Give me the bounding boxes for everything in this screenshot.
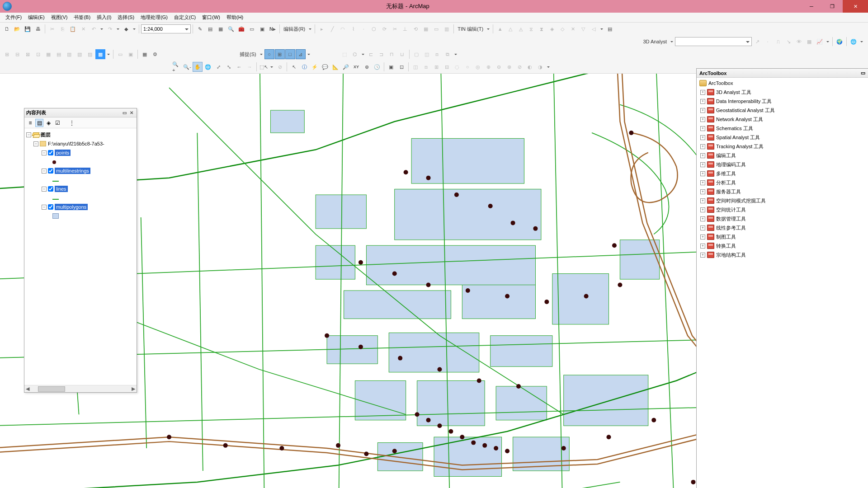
topo9-icon[interactable]: ⊖: [494, 62, 504, 72]
georef5-icon[interactable]: ▦: [43, 49, 53, 59]
expander-icon[interactable]: +: [700, 244, 705, 249]
tin-edit4-icon[interactable]: ✕: [568, 24, 578, 34]
add-data-dropdown[interactable]: [132, 24, 137, 34]
adv1-icon[interactable]: ⬚: [340, 49, 349, 59]
layer-row-lines[interactable]: − lines: [24, 184, 137, 193]
line-tool-icon[interactable]: ╱: [327, 24, 337, 34]
adv9-icon[interactable]: ⧈: [432, 49, 442, 59]
georef6-icon[interactable]: ▤: [54, 49, 64, 59]
create-feat-icon[interactable]: ▥: [442, 24, 452, 34]
snap-dropdown[interactable]: [259, 49, 264, 59]
cut-poly-icon[interactable]: ✂: [390, 24, 400, 34]
minimize-button[interactable]: ─: [801, 0, 822, 13]
paste-icon[interactable]: 📋: [68, 24, 78, 34]
adv10-dropdown[interactable]: [453, 49, 458, 59]
pan-icon[interactable]: ✋: [193, 62, 203, 72]
topo3-icon[interactable]: ⊞: [431, 62, 441, 72]
scale-combo[interactable]: 1:24,000: [141, 24, 191, 33]
expander-icon[interactable]: +: [700, 162, 705, 167]
html-popup-icon[interactable]: 💬: [320, 62, 330, 72]
delete-icon[interactable]: ✕: [78, 24, 88, 34]
layer-name-label[interactable]: multipolygons: [55, 204, 88, 210]
adv3-icon[interactable]: ⊏: [366, 49, 376, 59]
georef-table-icon[interactable]: ▦: [140, 49, 150, 59]
adv7-icon[interactable]: ▢: [411, 49, 421, 59]
scroll-right-icon[interactable]: ▶: [130, 386, 137, 392]
hyperlink-icon[interactable]: ⚡: [310, 62, 320, 72]
toolbox-item[interactable]: +服务器工具: [697, 187, 868, 196]
globe-green-icon[interactable]: 🌍: [835, 37, 844, 47]
globe-blue-icon[interactable]: 🌐: [849, 37, 859, 47]
topo5-icon[interactable]: ◌: [452, 62, 462, 72]
add-data-icon[interactable]: ◆: [121, 24, 131, 34]
arc-tool-icon[interactable]: ◠: [338, 24, 348, 34]
edit-tool-icon[interactable]: ▸: [317, 24, 327, 34]
full-extent-icon[interactable]: 🌐: [203, 62, 213, 72]
toc-icon[interactable]: ▤: [205, 24, 215, 34]
menu-geoprocessing[interactable]: 地理处理(G): [138, 13, 170, 22]
layer-checkbox[interactable]: [48, 168, 53, 174]
expander-icon[interactable]: −: [42, 187, 47, 192]
layer-combo[interactable]: [675, 37, 752, 46]
layer-checkbox[interactable]: [48, 150, 53, 155]
magnifier-icon[interactable]: ⊡: [396, 62, 406, 72]
adv-dropdown[interactable]: [360, 49, 366, 59]
attrib-icon[interactable]: ▦: [421, 24, 431, 34]
toolbox-item[interactable]: +制图工具: [697, 232, 868, 241]
tin-edit5-icon[interactable]: ▽: [578, 24, 588, 34]
scroll-thumb[interactable]: [38, 386, 65, 392]
expander-icon[interactable]: +: [700, 117, 705, 122]
topo8-icon[interactable]: ⊕: [483, 62, 493, 72]
toolbox-item[interactable]: +数据管理工具: [697, 214, 868, 223]
fixed-zoom-out-icon[interactable]: ⤡: [224, 62, 234, 72]
menu-edit[interactable]: 编辑(E): [25, 13, 47, 22]
cut-icon[interactable]: ✂: [47, 24, 57, 34]
topo1-icon[interactable]: ◫: [410, 62, 420, 72]
expander-icon[interactable]: −: [33, 141, 38, 146]
georef2-icon[interactable]: ⊟: [12, 49, 22, 59]
select-features-icon[interactable]: ⬚↖: [259, 62, 269, 72]
topo10-icon[interactable]: ⊗: [504, 62, 514, 72]
tin-edit-dropdown[interactable]: [599, 24, 604, 34]
toolbox-item[interactable]: +转换工具: [697, 241, 868, 250]
georef-options-icon[interactable]: ⚙: [150, 49, 160, 59]
layer-checkbox[interactable]: [48, 204, 53, 210]
globe-dropdown[interactable]: [859, 37, 864, 47]
open-icon[interactable]: 📂: [12, 24, 22, 34]
los-icon[interactable]: 👁: [794, 37, 804, 47]
expander-icon[interactable]: +: [700, 207, 705, 212]
clear-selection-icon[interactable]: ⊘: [275, 62, 285, 72]
menu-insert[interactable]: 插入(I): [94, 13, 114, 22]
georef9-icon[interactable]: ▨: [85, 49, 95, 59]
maximize-button[interactable]: ❐: [822, 0, 843, 13]
expander-icon[interactable]: +: [700, 235, 705, 239]
toc-close-icon[interactable]: ✕: [128, 110, 135, 116]
surface-icon[interactable]: ▦: [804, 37, 814, 47]
pointer-icon[interactable]: ↖: [289, 62, 299, 72]
expander-icon[interactable]: −: [42, 205, 47, 210]
expander-icon[interactable]: −: [42, 150, 47, 155]
expander-icon[interactable]: −: [42, 169, 47, 174]
expander-icon[interactable]: +: [700, 144, 705, 149]
toolbox-icon[interactable]: 🧰: [236, 24, 246, 34]
layer-name-label[interactable]: lines: [55, 186, 68, 192]
menu-file[interactable]: 文件(F): [3, 13, 24, 22]
editor-label[interactable]: 编辑器(R): [282, 26, 307, 33]
snap-point-icon[interactable]: ○: [264, 49, 274, 59]
layer-name-label[interactable]: points: [55, 150, 71, 156]
toolbox-item[interactable]: +Spatial Analyst 工具: [697, 133, 868, 142]
topo2-icon[interactable]: ⧈: [421, 62, 431, 72]
toc-pin-icon[interactable]: ▭: [121, 110, 127, 116]
zoom-in-icon[interactable]: 🔍+: [172, 62, 182, 72]
toc-root-row[interactable]: − 图层: [24, 130, 137, 139]
list-by-source-icon[interactable]: ▤: [35, 119, 43, 127]
steepest-icon[interactable]: ↘: [783, 37, 793, 47]
toolbox-item[interactable]: +Geostatistical Analyst 工具: [697, 106, 868, 115]
menu-select[interactable]: 选择(S): [115, 13, 137, 22]
menu-window[interactable]: 窗口(W): [199, 13, 223, 22]
select-dropdown[interactable]: [269, 62, 274, 72]
expander-icon[interactable]: +: [700, 171, 705, 176]
sketch-icon[interactable]: ▭: [431, 24, 441, 34]
interp-point-icon[interactable]: ·: [763, 37, 773, 47]
topo-dropdown[interactable]: [546, 62, 551, 72]
